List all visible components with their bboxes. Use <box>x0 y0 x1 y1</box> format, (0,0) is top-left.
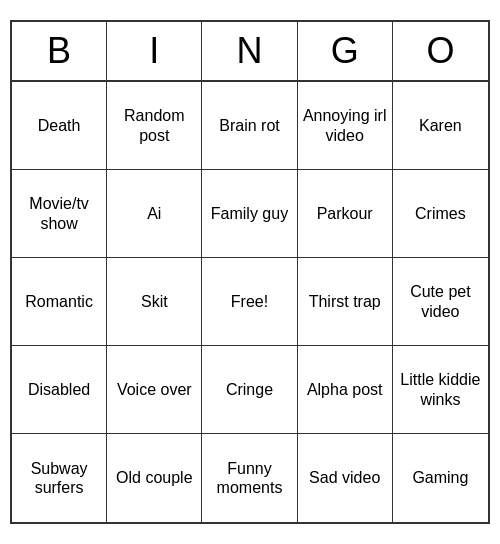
cell-text: Little kiddie winks <box>397 370 484 408</box>
cell-text: Alpha post <box>307 380 383 399</box>
cell-text: Cringe <box>226 380 273 399</box>
header-letter: N <box>202 22 297 80</box>
cell-text: Skit <box>141 292 168 311</box>
cell-text: Disabled <box>28 380 90 399</box>
cell-text: Brain rot <box>219 116 279 135</box>
cell-text: Ai <box>147 204 161 223</box>
cell-text: Gaming <box>412 468 468 487</box>
bingo-cell[interactable]: Movie/tv show <box>12 170 107 258</box>
bingo-cell[interactable]: Old couple <box>107 434 202 522</box>
bingo-cell[interactable]: Romantic <box>12 258 107 346</box>
cell-text: Movie/tv show <box>16 194 102 232</box>
cell-text: Karen <box>419 116 462 135</box>
bingo-cell[interactable]: Parkour <box>298 170 393 258</box>
bingo-cell[interactable]: Voice over <box>107 346 202 434</box>
bingo-cell[interactable]: Annoying irl video <box>298 82 393 170</box>
bingo-cell[interactable]: Alpha post <box>298 346 393 434</box>
header-letter: O <box>393 22 488 80</box>
bingo-cell[interactable]: Crimes <box>393 170 488 258</box>
cell-text: Parkour <box>317 204 373 223</box>
bingo-cell[interactable]: Free! <box>202 258 297 346</box>
header-letter: I <box>107 22 202 80</box>
cell-text: Death <box>38 116 81 135</box>
cell-text: Romantic <box>25 292 93 311</box>
cell-text: Family guy <box>211 204 288 223</box>
bingo-header: BINGO <box>12 22 488 82</box>
cell-text: Annoying irl video <box>302 106 388 144</box>
bingo-cell[interactable]: Little kiddie winks <box>393 346 488 434</box>
cell-text: Crimes <box>415 204 466 223</box>
bingo-cell[interactable]: Thirst trap <box>298 258 393 346</box>
bingo-cell[interactable]: Funny moments <box>202 434 297 522</box>
cell-text: Voice over <box>117 380 192 399</box>
cell-text: Thirst trap <box>309 292 381 311</box>
bingo-cell[interactable]: Skit <box>107 258 202 346</box>
cell-text: Sad video <box>309 468 380 487</box>
header-letter: G <box>298 22 393 80</box>
cell-text: Random post <box>111 106 197 144</box>
bingo-grid: DeathRandom postBrain rotAnnoying irl vi… <box>12 82 488 522</box>
cell-text: Funny moments <box>206 459 292 497</box>
cell-text: Cute pet video <box>397 282 484 320</box>
bingo-card: BINGO DeathRandom postBrain rotAnnoying … <box>10 20 490 524</box>
bingo-cell[interactable]: Disabled <box>12 346 107 434</box>
cell-text: Free! <box>231 292 268 311</box>
bingo-cell[interactable]: Karen <box>393 82 488 170</box>
bingo-cell[interactable]: Cringe <box>202 346 297 434</box>
bingo-cell[interactable]: Cute pet video <box>393 258 488 346</box>
bingo-cell[interactable]: Brain rot <box>202 82 297 170</box>
bingo-cell[interactable]: Gaming <box>393 434 488 522</box>
bingo-cell[interactable]: Ai <box>107 170 202 258</box>
header-letter: B <box>12 22 107 80</box>
bingo-cell[interactable]: Subway surfers <box>12 434 107 522</box>
cell-text: Subway surfers <box>16 459 102 497</box>
bingo-cell[interactable]: Sad video <box>298 434 393 522</box>
bingo-cell[interactable]: Random post <box>107 82 202 170</box>
cell-text: Old couple <box>116 468 193 487</box>
bingo-cell[interactable]: Family guy <box>202 170 297 258</box>
bingo-cell[interactable]: Death <box>12 82 107 170</box>
